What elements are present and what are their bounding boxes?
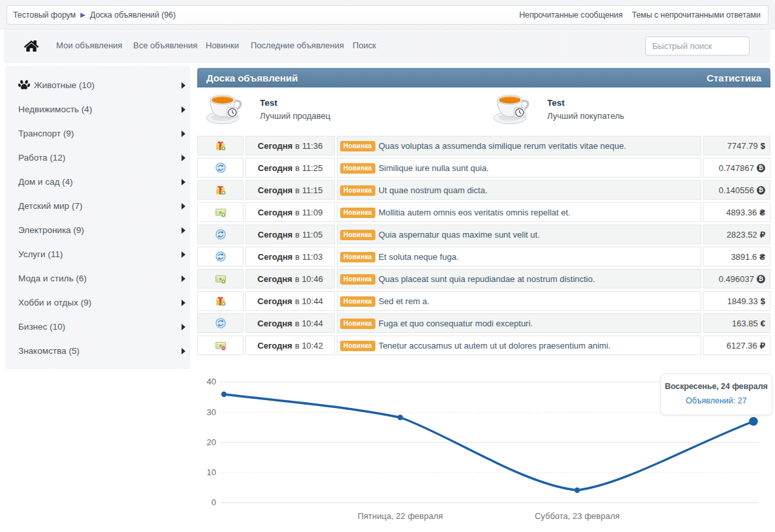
svg-text:0: 0	[212, 497, 216, 507]
svg-text:Суббота, 23 февраля: Суббота, 23 февраля	[535, 511, 620, 521]
svg-text:30: 30	[207, 407, 216, 417]
svg-text:10: 10	[207, 467, 216, 477]
svg-text:20: 20	[207, 437, 216, 447]
svg-text:40: 40	[207, 377, 216, 386]
svg-text:Пятница, 22 февраля: Пятница, 22 февраля	[358, 511, 443, 521]
